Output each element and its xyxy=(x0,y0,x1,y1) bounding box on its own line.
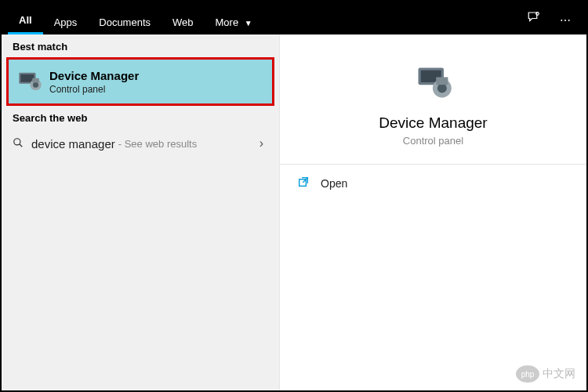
svg-rect-5 xyxy=(32,78,39,83)
search-icon xyxy=(13,137,28,151)
svg-point-4 xyxy=(33,82,38,88)
open-icon xyxy=(297,176,310,191)
svg-point-0 xyxy=(536,13,539,16)
svg-point-6 xyxy=(14,138,20,144)
best-match-subtitle: Control panel xyxy=(49,84,139,95)
search-web-header: Search the web xyxy=(2,106,279,129)
search-tabs: All Apps Documents Web More ▼ ⋯ xyxy=(2,2,586,34)
web-search-result[interactable]: device manager - See web results › xyxy=(2,129,279,158)
chevron-down-icon: ▼ xyxy=(245,19,252,27)
detail-device-manager-icon xyxy=(413,63,454,103)
device-manager-icon xyxy=(15,67,43,96)
tab-all[interactable]: All xyxy=(8,6,43,34)
web-search-hint: - See web results xyxy=(118,138,197,150)
svg-rect-12 xyxy=(436,77,448,85)
best-match-result[interactable]: Device Manager Control panel xyxy=(6,57,274,106)
php-logo-icon: php xyxy=(516,365,539,383)
tab-apps[interactable]: Apps xyxy=(43,9,89,34)
best-match-title: Device Manager xyxy=(49,69,139,82)
open-action[interactable]: Open xyxy=(280,165,586,202)
open-label: Open xyxy=(321,177,347,190)
svg-line-7 xyxy=(20,143,23,147)
svg-line-14 xyxy=(303,178,307,183)
web-search-term: device manager xyxy=(31,137,115,151)
detail-subtitle: Control panel xyxy=(403,135,463,147)
svg-point-11 xyxy=(437,84,446,93)
best-match-header: Best match xyxy=(2,34,279,57)
watermark-text: 中文网 xyxy=(543,367,575,381)
watermark: php 中文网 xyxy=(516,365,575,383)
feedback-icon[interactable] xyxy=(517,2,550,34)
tab-web[interactable]: Web xyxy=(162,9,205,34)
tab-documents[interactable]: Documents xyxy=(88,9,162,34)
tab-more-label: More xyxy=(216,16,239,28)
more-options-icon[interactable]: ⋯ xyxy=(550,6,580,34)
detail-title: Device Manager xyxy=(379,114,487,132)
chevron-right-icon: › xyxy=(260,136,268,151)
results-panel: Best match Device Manager Control panel … xyxy=(2,34,280,390)
detail-panel: Device Manager Control panel Open xyxy=(280,34,586,390)
tab-more[interactable]: More ▼ xyxy=(205,9,263,34)
